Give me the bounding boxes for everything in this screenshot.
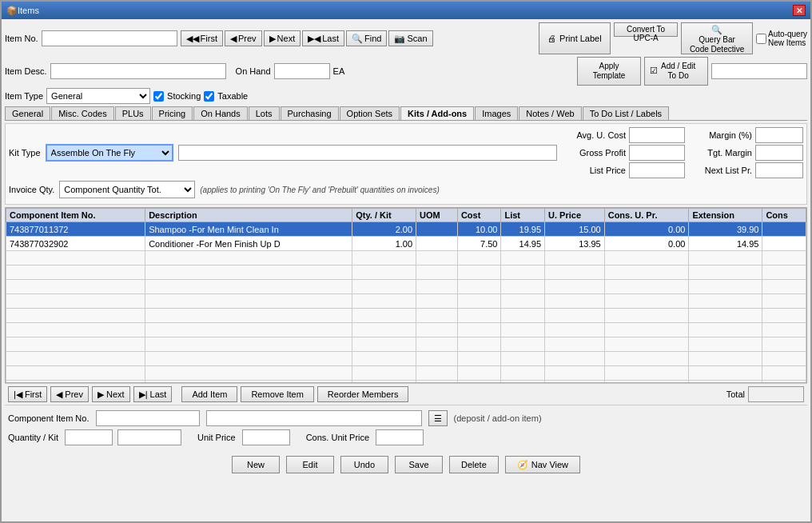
tab-on-hands[interactable]: On Hands	[193, 106, 248, 120]
close-button[interactable]: ✕	[793, 5, 806, 16]
table-row-empty[interactable]	[6, 352, 806, 366]
table-cell: 13.95	[545, 237, 605, 251]
on-hand-label: On Hand	[236, 66, 271, 76]
apply-template-button[interactable]: ApplyTemplate	[577, 57, 641, 86]
list-price-row: List Price 0.00 Next List Pr. 0.00	[562, 162, 803, 178]
component-desc-input[interactable]: Shampoo -For Men Mint Clean Invigorating	[206, 410, 422, 426]
stocking-checkbox[interactable]	[153, 91, 164, 102]
tab-lots[interactable]: Lots	[249, 106, 280, 120]
item-type-select[interactable]: General	[46, 88, 150, 104]
delete-button[interactable]: Delete	[449, 456, 499, 473]
tab-purchasing[interactable]: Purchasing	[281, 106, 339, 120]
bottom-nav-next[interactable]: ▶ Next	[92, 386, 130, 402]
total-label: Total	[726, 389, 745, 399]
nav-last-button[interactable]: ▶◀ Last	[302, 30, 344, 46]
unit-price-input[interactable]: 15.00	[242, 429, 290, 445]
table-row-empty[interactable]	[6, 251, 806, 265]
reorder-members-button[interactable]: Reorder Members	[317, 386, 409, 402]
tab-misc-codes[interactable]: Misc. Codes	[51, 106, 114, 120]
nav-first-button[interactable]: ◀◀ First	[181, 30, 223, 46]
kit-desc-input: Components Are Pulled From Stock During …	[178, 145, 557, 161]
table-cell: 743877011372	[6, 222, 145, 237]
detail-panel: Component Item No. 743877011372 Shampoo …	[5, 405, 807, 453]
table-row-empty[interactable]	[6, 280, 806, 294]
deposit-label: (deposit / add-on item)	[454, 413, 542, 423]
item-no-input[interactable]: SHAMP&COND	[42, 30, 177, 46]
todo-input[interactable]	[711, 63, 807, 79]
table-row-empty[interactable]	[6, 265, 806, 280]
cons-unit-price-label: Cons. Unit Price	[306, 433, 369, 442]
nav-next-button[interactable]: ▶ Next	[264, 30, 301, 46]
print-label-button[interactable]: 🖨 Print Label	[539, 22, 611, 54]
bottom-nav-first[interactable]: |◀ First	[8, 386, 47, 402]
table-cell: 0.00	[604, 222, 689, 237]
table-cell: 14.95	[689, 237, 762, 251]
component-item-no-label: Component Item No.	[8, 413, 90, 423]
remove-item-button[interactable]: Remove Item	[241, 386, 313, 402]
auto-query-checkbox[interactable]	[756, 34, 766, 44]
col-list: List	[501, 209, 545, 222]
nav-view-button[interactable]: 🧭 Nav View	[505, 456, 580, 473]
table-cell: Shampoo -For Men Mint Clean In	[145, 222, 352, 237]
quantity-kit-input[interactable]: 2.00	[65, 429, 113, 445]
query-bar-code-button[interactable]: 🔍 Query BarCode Detective	[681, 22, 753, 54]
bottom-nav-prev[interactable]: ◀ Prev	[50, 386, 89, 402]
edit-button[interactable]: Edit	[286, 456, 334, 473]
convert-upc-button[interactable]: Convert To UPC-A	[614, 22, 678, 37]
tgt-margin-input[interactable]: 0.0	[755, 145, 803, 161]
undo-button[interactable]: Undo	[340, 456, 388, 473]
tab-option-sets[interactable]: Option Sets	[340, 106, 400, 120]
table-row-empty[interactable]	[6, 337, 806, 352]
stocking-checkbox-row: Stocking	[153, 91, 201, 102]
on-hand-unit: EA	[333, 66, 345, 76]
table-row-empty[interactable]	[6, 323, 806, 337]
components-table-container[interactable]: Component Item No. Description Qty. / Ki…	[5, 207, 807, 383]
deposit-list-button[interactable]: ☰	[428, 410, 448, 426]
new-button[interactable]: New	[232, 456, 280, 473]
avg-cost-input[interactable]: 0.0000	[629, 127, 685, 143]
nav-view-icon: 🧭	[517, 460, 528, 470]
invoice-qty-label: Invoice Qty.	[9, 185, 54, 194]
add-item-button[interactable]: Add Item	[181, 386, 237, 402]
tgt-margin-label: Tgt. Margin	[688, 148, 752, 158]
margin-input[interactable]: 0.0	[755, 127, 803, 143]
kit-type-select[interactable]: Assemble On The Fly	[46, 144, 173, 162]
tab-general[interactable]: General	[5, 106, 50, 120]
table-row[interactable]: 743877032902Conditioner -For Men Finish …	[6, 237, 806, 251]
tab-notes-web[interactable]: Notes / Web	[519, 106, 581, 120]
on-hand-input[interactable]: 0.00	[274, 63, 330, 79]
item-desc-input[interactable]: Redkin Shampoo And Conditioner	[50, 63, 226, 79]
tab-kits-addons[interactable]: Kits / Add-ons	[400, 106, 474, 120]
find-button[interactable]: 🔍 Find	[346, 30, 387, 46]
col-item-no: Component Item No.	[6, 209, 145, 222]
col-cons: Cons	[762, 209, 806, 222]
list-price-input[interactable]: 0.00	[629, 162, 685, 178]
bottom-nav-last[interactable]: ▶| Last	[133, 386, 173, 402]
components-table: Component Item No. Description Qty. / Ki…	[6, 208, 806, 383]
gross-profit-input[interactable]: 0.0000	[629, 145, 685, 161]
cons-unit-price-input[interactable]: 0.00	[376, 429, 424, 445]
tab-pricing[interactable]: Pricing	[152, 106, 193, 120]
table-row-empty[interactable]	[6, 366, 806, 381]
table-row[interactable]: 743877011372Shampoo -For Men Mint Clean …	[6, 222, 806, 237]
nav-prev-button[interactable]: ◀ Prev	[225, 30, 262, 46]
tab-plus[interactable]: PLUs	[115, 106, 151, 120]
invoice-qty-select[interactable]: Component Quantity Tot.	[59, 181, 195, 198]
items-window: 📦 Items ✕ Item No. SHAMP&COND ◀◀ First ◀…	[0, 0, 812, 523]
tab-todo-labels[interactable]: To Do List / Labels	[583, 106, 670, 120]
table-row-empty[interactable]	[6, 309, 806, 323]
add-edit-todo-button[interactable]: ☑ Add / EditTo Do	[644, 57, 708, 86]
tab-images[interactable]: Images	[475, 106, 518, 120]
gross-profit-row: Gross Profit 0.0000 Tgt. Margin 0.0	[562, 145, 803, 161]
table-cell: 15.00	[545, 222, 605, 237]
taxable-checkbox[interactable]	[204, 91, 214, 102]
col-description: Description	[145, 209, 352, 222]
component-item-no-input[interactable]: 743877011372	[96, 410, 200, 426]
next-list-pr-input[interactable]: 0.00	[755, 162, 803, 178]
table-cell: 2.00	[352, 222, 416, 237]
scan-button[interactable]: 📷 Scan	[388, 30, 432, 46]
table-row-empty[interactable]	[6, 294, 806, 309]
save-button[interactable]: Save	[395, 456, 443, 473]
quantity-kit-extra-input[interactable]	[117, 429, 181, 445]
action-buttons: New Edit Undo Save Delete 🧭 Nav View	[5, 453, 807, 477]
